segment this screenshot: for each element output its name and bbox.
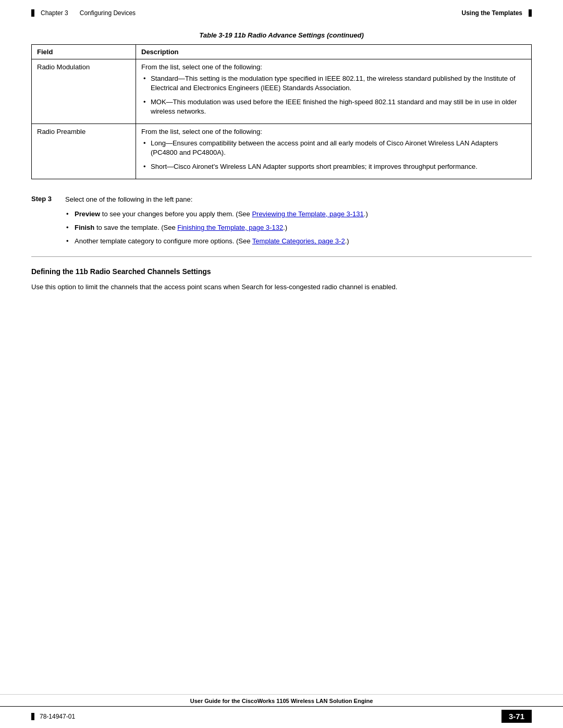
page-container: Chapter 3 Configuring Devices Using the … bbox=[0, 0, 563, 728]
header-right-label: Using the Templates bbox=[462, 9, 522, 17]
settings-table: Field Description Radio Modulation From … bbox=[31, 44, 532, 179]
desc-radio-modulation: From the list, select one of the followi… bbox=[136, 59, 532, 124]
finish-bold: Finish bbox=[75, 224, 94, 231]
desc-intro-modulation: From the list, select one of the followi… bbox=[141, 63, 526, 72]
preview-normal: to see your changes before you apply the… bbox=[100, 210, 252, 218]
category-end: .) bbox=[345, 237, 349, 245]
defining-body: Use this option to limit the channels th… bbox=[31, 282, 532, 292]
field-radio-preamble: Radio Preamble bbox=[32, 124, 136, 179]
header-right-bar bbox=[529, 9, 532, 17]
footer: User Guide for the CiscoWorks 1105 Wirel… bbox=[0, 694, 563, 728]
desc-radio-preamble: From the list, select one of the followi… bbox=[136, 124, 532, 179]
preview-link[interactable]: Previewing the Template, page 3-131 bbox=[252, 210, 363, 218]
defining-title: Defining the 11b Radio Searched Channels… bbox=[31, 267, 532, 276]
finish-end: .) bbox=[283, 224, 287, 231]
bullet-short: Short—Cisco Aironet's Wireless LAN Adapt… bbox=[141, 162, 526, 171]
defining-section: Defining the 11b Radio Searched Channels… bbox=[31, 267, 532, 292]
step-intro: Select one of the following in the left … bbox=[65, 195, 192, 204]
header-left: Chapter 3 Configuring Devices bbox=[31, 9, 136, 17]
bullet-long: Long—Ensures compatibility between the a… bbox=[141, 139, 526, 157]
step-label: Step 3 bbox=[31, 195, 60, 204]
footer-page-number: 3-71 bbox=[501, 710, 532, 723]
desc-intro-preamble: From the list, select one of the followi… bbox=[141, 127, 526, 137]
field-radio-modulation: Radio Modulation bbox=[32, 59, 136, 124]
finish-link[interactable]: Finishing the Template, page 3-132 bbox=[177, 224, 283, 231]
table-title: Table 3-19 11b Radio Advance Settings (c… bbox=[31, 31, 532, 39]
footer-doc-title: User Guide for the CiscoWorks 1105 Wirel… bbox=[0, 694, 563, 706]
table-row: Radio Modulation From the list, select o… bbox=[32, 59, 532, 124]
preamble-bullets: Long—Ensures compatibility between the a… bbox=[141, 139, 526, 171]
header-right: Using the Templates bbox=[462, 9, 532, 17]
step-section: Step 3 Select one of the following in th… bbox=[31, 195, 532, 246]
preview-bold: Preview bbox=[75, 210, 100, 218]
footer-bottom: 78-14947-01 3-71 bbox=[0, 706, 563, 728]
main-content: Table 3-19 11b Radio Advance Settings (c… bbox=[0, 21, 563, 303]
finish-normal: to save the template. (See bbox=[94, 224, 177, 231]
category-link[interactable]: Template Categories, page 3-2 bbox=[252, 237, 345, 245]
step-line: Step 3 Select one of the following in th… bbox=[31, 195, 532, 204]
footer-left-bar bbox=[31, 713, 34, 720]
section-divider bbox=[31, 256, 532, 257]
bullet-standard: Standard—This setting is the modulation … bbox=[141, 74, 526, 93]
footer-left: 78-14947-01 bbox=[31, 713, 75, 720]
chapter-title: Configuring Devices bbox=[80, 9, 136, 17]
step-bullet-finish: Finish to save the template. (See Finish… bbox=[65, 223, 532, 232]
header-left-bar bbox=[31, 9, 34, 17]
preview-end: .) bbox=[364, 210, 368, 218]
category-normal: Another template category to configure m… bbox=[75, 237, 252, 245]
bullet-mok: MOK—This modulation was used before the … bbox=[141, 97, 526, 116]
chapter-label: Chapter 3 bbox=[41, 9, 68, 17]
table-row: Radio Preamble From the list, select one… bbox=[32, 124, 532, 179]
step-bullets-list: Preview to see your changes before you a… bbox=[65, 209, 532, 246]
page-header: Chapter 3 Configuring Devices Using the … bbox=[0, 0, 563, 21]
footer-doc-number: 78-14947-01 bbox=[40, 713, 75, 720]
step-bullet-preview: Preview to see your changes before you a… bbox=[65, 209, 532, 219]
col-header-field: Field bbox=[32, 45, 136, 59]
step-bullet-category: Another template category to configure m… bbox=[65, 237, 532, 246]
col-header-description: Description bbox=[136, 45, 532, 59]
modulation-bullets: Standard—This setting is the modulation … bbox=[141, 74, 526, 116]
